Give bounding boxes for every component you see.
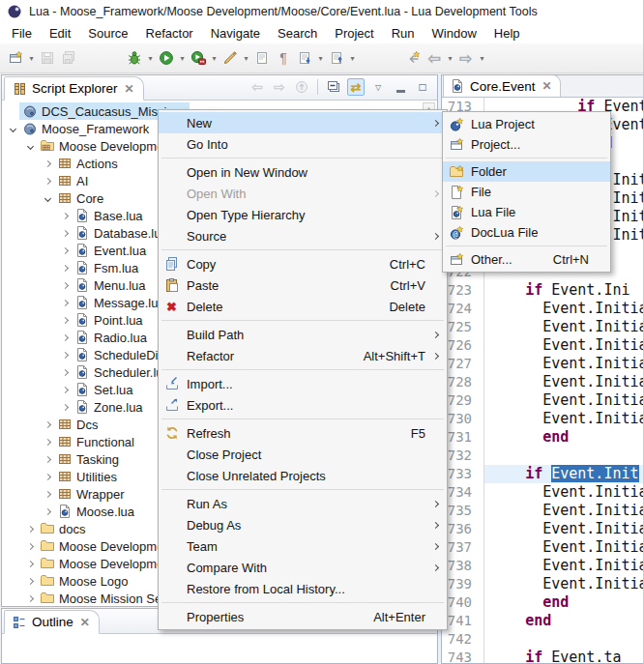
- tree-expander[interactable]: [58, 405, 72, 410]
- explorer-maximize-button[interactable]: □: [414, 78, 431, 96]
- new-submenu-item-lua-file[interactable]: Lua File: [443, 202, 610, 222]
- tree-expander[interactable]: [41, 509, 54, 514]
- tree-expander[interactable]: [41, 179, 54, 184]
- close-icon[interactable]: ✕: [123, 82, 134, 96]
- menubar-edit[interactable]: Edit: [41, 24, 79, 43]
- tree-expander[interactable]: [58, 231, 72, 236]
- toolbar-prev-annotation-dropdown[interactable]: ▾: [347, 54, 358, 63]
- toolbar-forward-dropdown[interactable]: ▾: [477, 54, 487, 63]
- toolbar-debug-button[interactable]: [124, 46, 145, 70]
- close-icon[interactable]: ✕: [78, 616, 90, 629]
- tree-expander[interactable]: [6, 127, 19, 131]
- tab-script-explorer[interactable]: Script Explorer ✕: [4, 76, 144, 101]
- new-submenu-item-project[interactable]: Project...: [443, 134, 610, 155]
- context-menu-item-new[interactable]: New: [159, 112, 447, 133]
- context-menu-item-properties[interactable]: Properties Alt+Enter: [159, 606, 447, 627]
- toolbar-debug-dropdown[interactable]: ▾: [145, 54, 156, 63]
- tree-expander[interactable]: [23, 144, 37, 149]
- menubar-search[interactable]: Search: [269, 24, 326, 43]
- tree-expander[interactable]: [58, 388, 72, 392]
- toolbar-next-annotation-dropdown[interactable]: ▾: [315, 54, 326, 63]
- toolbar-paint-button[interactable]: [220, 46, 241, 70]
- tree-expander[interactable]: [23, 562, 37, 566]
- context-menu-item-refresh[interactable]: Refresh F5: [159, 422, 447, 444]
- tree-expander[interactable]: [41, 457, 54, 462]
- toolbar-run-coverage-dropdown[interactable]: ▾: [209, 54, 220, 63]
- toolbar-last-edit-location-button[interactable]: [402, 46, 424, 70]
- explorer-minimize-button[interactable]: [392, 78, 409, 96]
- tree-expander[interactable]: [23, 527, 37, 532]
- tree-expander[interactable]: [41, 440, 54, 445]
- menubar-window[interactable]: Window: [424, 24, 485, 43]
- tree-expander[interactable]: [41, 492, 54, 497]
- explorer-view-menu-button[interactable]: ▽: [369, 78, 387, 96]
- tree-expander[interactable]: [41, 161, 54, 166]
- toolbar-run-button[interactable]: [156, 46, 177, 70]
- toolbar-save-all-button[interactable]: [58, 46, 79, 70]
- context-menu-item-restore-from-local-history[interactable]: Restore from Local History...: [159, 578, 447, 599]
- tree-expander[interactable]: [58, 214, 72, 218]
- tree-expander[interactable]: [58, 318, 72, 323]
- tree-expander[interactable]: [41, 422, 54, 427]
- toolbar-forward-button[interactable]: ⇨: [455, 46, 477, 70]
- new-submenu-item-file[interactable]: File: [443, 182, 610, 202]
- context-menu-item-copy[interactable]: Copy Ctrl+C: [159, 253, 447, 274]
- context-menu-item-team[interactable]: Team: [159, 535, 447, 557]
- new-submenu-item-folder[interactable]: Folder: [443, 161, 610, 182]
- tree-expander[interactable]: [58, 335, 72, 340]
- explorer-link-editor-button[interactable]: ⇄: [347, 78, 365, 96]
- context-menu-item-build-path[interactable]: Build Path: [159, 324, 447, 345]
- context-menu-item-debug-as[interactable]: Debug As: [159, 514, 447, 535]
- close-icon[interactable]: ✕: [541, 79, 552, 93]
- new-submenu-item-doclua-file[interactable]: @ DocLua File: [443, 222, 610, 243]
- toolbar-prev-annotation-button[interactable]: [326, 46, 347, 70]
- context-menu-item-open-in-new-window[interactable]: Open in New Window: [159, 161, 447, 183]
- menubar-source[interactable]: Source: [79, 24, 136, 43]
- menubar-file[interactable]: File: [3, 24, 41, 43]
- tree-expander[interactable]: [23, 596, 37, 601]
- toolbar-mark-occurrences-button[interactable]: [251, 46, 273, 70]
- tree-expander[interactable]: [58, 370, 72, 375]
- new-submenu-item-lua-project[interactable]: Lua Project: [443, 114, 610, 134]
- context-menu-item-open-type-hierarchy[interactable]: Open Type Hierarchy: [159, 204, 447, 225]
- context-menu-item-run-as[interactable]: Run As: [159, 493, 447, 514]
- context-menu-item-source[interactable]: Source: [159, 225, 447, 246]
- new-submenu-item-other[interactable]: Other... Ctrl+N: [443, 249, 610, 270]
- tree-expander[interactable]: [58, 283, 72, 288]
- tree-expander[interactable]: [41, 196, 54, 201]
- toolbar-next-annotation-button[interactable]: [294, 46, 315, 70]
- context-menu-item-close-unrelated-projects[interactable]: Close Unrelated Projects: [159, 465, 447, 486]
- toolbar-run-coverage-button[interactable]: [188, 46, 209, 70]
- context-menu-item-refactor[interactable]: Refactor Alt+Shift+T: [159, 345, 447, 366]
- menubar-refactor[interactable]: Refactor: [137, 24, 202, 43]
- tab-core-event[interactable]: Core.Event ✕: [443, 74, 561, 97]
- explorer-nav-forward-button[interactable]: ⇨: [271, 78, 288, 96]
- tree-expander[interactable]: [58, 248, 72, 253]
- menubar-help[interactable]: Help: [485, 24, 529, 43]
- explorer-nav-back-button[interactable]: ⇦: [249, 78, 266, 96]
- context-menu-item-delete[interactable]: ✖ Delete Delete: [159, 296, 447, 317]
- toolbar-new-wizard-button[interactable]: [5, 46, 26, 70]
- context-menu-item-close-project[interactable]: Close Project: [159, 444, 447, 465]
- tree-expander[interactable]: [41, 475, 54, 479]
- toolbar-paint-dropdown[interactable]: ▾: [241, 54, 251, 63]
- tree-expander[interactable]: [58, 301, 72, 305]
- menubar-navigate[interactable]: Navigate: [202, 24, 269, 43]
- tree-expander[interactable]: [23, 544, 37, 549]
- toolbar-back-button[interactable]: ⇦: [424, 46, 445, 70]
- context-menu-item-export[interactable]: Export...: [159, 394, 447, 416]
- tree-expander[interactable]: [58, 353, 72, 358]
- toolbar-show-whitespace-button[interactable]: ¶: [273, 46, 294, 70]
- toolbar-save-button[interactable]: [37, 46, 58, 70]
- tab-outline[interactable]: Outline ✕: [4, 610, 100, 634]
- menubar-project[interactable]: Project: [326, 24, 382, 43]
- toolbar-run-dropdown[interactable]: ▾: [177, 54, 188, 63]
- toolbar-back-dropdown[interactable]: ▾: [445, 54, 455, 63]
- tree-expander[interactable]: [58, 266, 72, 271]
- toolbar-new-wizard-dropdown[interactable]: ▾: [26, 54, 37, 63]
- context-menu-item-open-with[interactable]: Open With: [159, 183, 447, 204]
- context-menu-item-import[interactable]: Import...: [159, 373, 447, 394]
- explorer-nav-up-button[interactable]: [293, 78, 310, 96]
- explorer-collapse-all-button[interactable]: [325, 78, 342, 96]
- tree-expander[interactable]: [23, 579, 37, 584]
